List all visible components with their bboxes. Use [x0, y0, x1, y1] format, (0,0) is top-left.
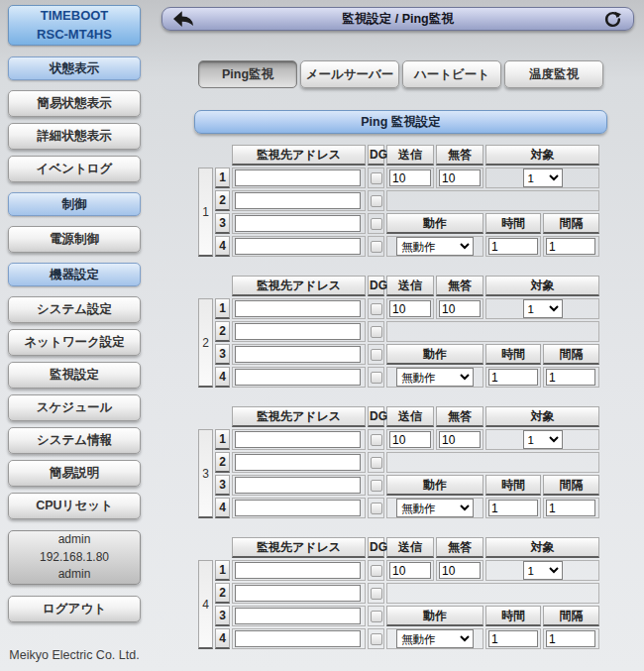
- tab-ping-monitor[interactable]: Ping監視: [198, 60, 297, 88]
- dg-checkbox[interactable]: [371, 195, 382, 207]
- address-input[interactable]: [235, 500, 361, 516]
- tab-heartbeat[interactable]: ハートビート: [402, 60, 501, 88]
- dg-checkbox[interactable]: [371, 326, 382, 338]
- address-input[interactable]: [235, 477, 361, 494]
- sidebar-item-simple-guide[interactable]: 簡易説明: [8, 460, 141, 487]
- tab-mail-server[interactable]: メールサーバー: [300, 60, 399, 88]
- dg-checkbox[interactable]: [371, 218, 382, 230]
- dg-checkbox[interactable]: [371, 241, 382, 253]
- sidebar-item-cpu-reset[interactable]: CPUリセット: [8, 493, 141, 519]
- col-header-action: 動作: [386, 344, 483, 365]
- col-header-time: 時間: [485, 344, 541, 365]
- time-input[interactable]: [488, 630, 538, 647]
- action-select[interactable]: 無動作: [396, 499, 474, 517]
- col-header-send: 送信: [386, 276, 434, 296]
- logout-button[interactable]: ログアウト: [8, 596, 141, 622]
- dg-checkbox[interactable]: [371, 611, 382, 622]
- row-number: 4: [215, 236, 230, 257]
- login-ip: 192.168.1.80: [40, 549, 109, 566]
- ping-group-table-1: 監視先アドレス DG 送信 無答 対象 1 1 1 2 3 動作 時間: [196, 143, 601, 259]
- page-header: 監視設定 / Ping監視: [161, 7, 634, 31]
- no-answer-input[interactable]: [439, 300, 481, 317]
- sidebar-item-simple-status[interactable]: 簡易状態表示: [8, 90, 141, 117]
- refresh-button[interactable]: [600, 10, 624, 28]
- back-button[interactable]: [171, 10, 195, 28]
- no-answer-input[interactable]: [439, 169, 481, 186]
- table-row: 3 動作 時間 間隔: [198, 606, 599, 626]
- sidebar-item-schedule[interactable]: スケジュール: [8, 394, 141, 421]
- col-header-time: 時間: [485, 213, 541, 234]
- address-input[interactable]: [235, 608, 361, 624]
- interval-input[interactable]: [546, 630, 595, 647]
- table-row: 3 動作 時間 間隔: [198, 344, 599, 365]
- dg-checkbox[interactable]: [371, 372, 382, 384]
- address-input[interactable]: [235, 192, 361, 209]
- sidebar-item-event-log[interactable]: イベントログ: [8, 156, 141, 182]
- send-count-input[interactable]: [389, 300, 431, 317]
- dg-checkbox[interactable]: [371, 565, 382, 577]
- target-select[interactable]: 1: [523, 430, 563, 449]
- target-select[interactable]: 1: [523, 168, 563, 187]
- address-input[interactable]: [235, 585, 361, 602]
- empty-span-cell: [386, 190, 599, 211]
- target-select[interactable]: 1: [523, 299, 563, 318]
- no-answer-input[interactable]: [439, 562, 481, 579]
- col-header-target: 対象: [485, 406, 599, 427]
- sidebar-item-monitor-config[interactable]: 監視設定: [8, 362, 141, 389]
- device-title-line1: TIMEBOOT: [41, 7, 109, 26]
- send-count-input[interactable]: [389, 169, 431, 186]
- time-input[interactable]: [488, 238, 538, 255]
- table-row: 4 無動作: [198, 236, 599, 257]
- sidebar-item-power-control[interactable]: 電源制御: [8, 226, 141, 253]
- dg-checkbox[interactable]: [371, 172, 382, 184]
- address-input[interactable]: [235, 215, 361, 232]
- address-input[interactable]: [235, 431, 361, 448]
- address-input[interactable]: [235, 562, 361, 579]
- address-input[interactable]: [235, 369, 361, 386]
- address-input[interactable]: [235, 169, 361, 186]
- address-input[interactable]: [235, 346, 361, 363]
- send-count-input[interactable]: [389, 431, 431, 448]
- address-input[interactable]: [235, 300, 361, 317]
- dg-checkbox[interactable]: [371, 349, 382, 361]
- dg-checkbox[interactable]: [371, 633, 382, 645]
- sidebar-item-system-info[interactable]: システム情報: [8, 427, 141, 454]
- action-select[interactable]: 無動作: [396, 237, 474, 256]
- col-header-action: 動作: [386, 606, 483, 626]
- sidebar-item-detail-status[interactable]: 詳細状態表示: [8, 123, 141, 150]
- address-input[interactable]: [235, 238, 361, 255]
- back-arrow-icon: [173, 11, 194, 27]
- address-input[interactable]: [235, 454, 361, 471]
- interval-input[interactable]: [546, 369, 595, 386]
- dg-checkbox[interactable]: [371, 503, 382, 514]
- time-input[interactable]: [488, 369, 538, 386]
- interval-input[interactable]: [546, 500, 595, 516]
- col-header-action: 動作: [386, 475, 483, 496]
- col-header-target: 対象: [485, 537, 599, 558]
- dg-checkbox[interactable]: [371, 303, 382, 315]
- sidebar-item-network-config[interactable]: ネットワーク設定: [8, 329, 141, 356]
- address-input[interactable]: [235, 630, 361, 647]
- target-select[interactable]: 1: [523, 561, 563, 580]
- col-header-interval: 間隔: [543, 475, 599, 496]
- dg-checkbox[interactable]: [371, 434, 382, 446]
- dg-checkbox[interactable]: [371, 480, 382, 492]
- no-answer-input[interactable]: [439, 431, 481, 448]
- table-row: 1 1 1: [198, 168, 599, 188]
- action-select[interactable]: 無動作: [396, 368, 474, 387]
- row-number: 4: [215, 367, 230, 388]
- interval-input[interactable]: [546, 238, 595, 255]
- row-number: 1: [215, 168, 230, 188]
- address-input[interactable]: [235, 323, 361, 340]
- tab-temperature[interactable]: 温度監視: [504, 60, 603, 88]
- dg-checkbox[interactable]: [371, 588, 382, 600]
- dg-checkbox[interactable]: [371, 457, 382, 469]
- table-row: 4 無動作: [198, 367, 599, 388]
- time-input[interactable]: [488, 500, 538, 516]
- action-select[interactable]: 無動作: [396, 629, 474, 648]
- sidebar-item-system-config[interactable]: システム設定: [8, 296, 141, 323]
- send-count-input[interactable]: [389, 562, 431, 579]
- table-row: 4 無動作: [198, 498, 599, 518]
- page-title: 監視設定 / Ping監視: [195, 11, 600, 28]
- table-header-row: 監視先アドレス DG 送信 無答 対象: [198, 276, 599, 296]
